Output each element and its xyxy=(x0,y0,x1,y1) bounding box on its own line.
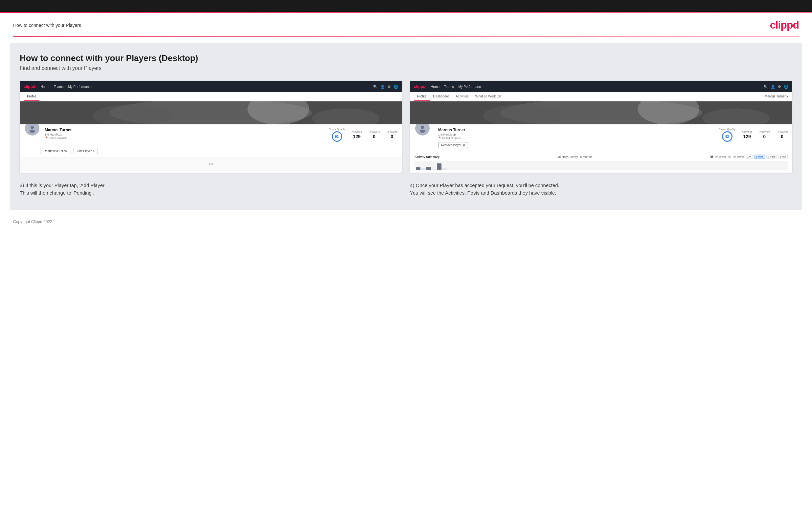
svg-point-12 xyxy=(421,126,424,129)
left-player-handicap: 1-5 Handicap xyxy=(45,133,71,136)
page-footer: Copyright Clippd 2022 xyxy=(0,216,812,227)
left-player-details: Marcus Turner 1-5 Handicap 📍 United King… xyxy=(45,128,71,139)
left-profile-buttons: Request to Follow Add Player + xyxy=(20,146,402,158)
breadcrumb: How to connect with your Players xyxy=(13,23,81,28)
right-tabs: Profile Dashboard Activities What To Wor… xyxy=(410,92,792,101)
activity-title: Activity Summary xyxy=(414,155,440,159)
scissors-icon: ✂ xyxy=(209,161,213,167)
description-left-text: 3) If this is your Player tap, 'Add Play… xyxy=(20,182,107,195)
location-pin-icon: 📍 xyxy=(45,136,48,139)
request-follow-button[interactable]: Request to Follow xyxy=(40,148,71,154)
tab-profile-left[interactable]: Profile xyxy=(23,92,39,101)
activity-bars xyxy=(414,161,788,170)
globe-icon[interactable]: 🌐 xyxy=(394,84,398,89)
left-activities-label: Activities xyxy=(351,130,362,133)
right-player-name: Marcus Turner xyxy=(438,128,468,132)
right-activities-stat: Activities 129 xyxy=(742,130,752,139)
user-icon[interactable]: 👤 xyxy=(380,84,385,89)
description-right: 4) Once your Player has accepted your re… xyxy=(410,182,792,196)
right-followers-label: Followers xyxy=(759,130,770,133)
tab-what-to-work-right[interactable]: What To Work On xyxy=(472,92,505,101)
left-quality-wrap: Player Quality 92 xyxy=(329,128,345,142)
on-course-label: On course xyxy=(715,155,726,158)
bar-3 xyxy=(426,167,431,170)
svg-point-5 xyxy=(31,126,34,129)
tab-dashboard-right[interactable]: Dashboard xyxy=(429,92,452,101)
left-hero-image xyxy=(20,101,402,124)
right-following-label: Following xyxy=(776,130,788,133)
add-player-button[interactable]: Add Player + xyxy=(73,148,98,154)
right-player-handicap: 1-5 Handicap xyxy=(438,133,468,136)
left-profile-stats: Player Quality 92 Activities 129 Followe… xyxy=(329,128,398,142)
right-quality-wrap: Player Quality 92 xyxy=(719,128,735,142)
right-quality-label: Player Quality xyxy=(719,128,735,130)
time-1yr-button[interactable]: 1 yr xyxy=(746,155,753,159)
left-screenshot-footer: ✂ xyxy=(20,158,402,171)
right-nav-home[interactable]: Home xyxy=(430,85,440,89)
left-player-location: 📍 United Kingdom xyxy=(45,136,71,139)
right-location-pin-icon: 📍 xyxy=(438,136,442,139)
left-nav: clippd Home Teams My Performance 🔍 👤 ⚙ 🌐 xyxy=(20,81,402,92)
off-course-label: Off course xyxy=(733,155,744,158)
right-profile-info: Marcus Turner 1-5 Handicap 📍 United King… xyxy=(410,124,792,152)
remove-player-button[interactable]: Remove Player ✕ xyxy=(438,142,468,148)
description-left: 3) If this is your Player tap, 'Add Play… xyxy=(20,182,402,196)
right-globe-icon[interactable]: 🌐 xyxy=(784,84,789,89)
right-quality-ring: 92 xyxy=(722,131,732,142)
right-settings-icon[interactable]: ⚙ xyxy=(778,84,781,89)
top-bar xyxy=(0,0,812,12)
left-nav-home[interactable]: Home xyxy=(40,85,49,89)
left-following-label: Following xyxy=(386,130,398,133)
right-nav-teams[interactable]: Teams xyxy=(444,85,454,89)
time-1mth-button[interactable]: 1 mth xyxy=(778,155,788,159)
bar-2 xyxy=(421,168,426,170)
left-nav-logo: clippd xyxy=(23,84,35,89)
left-followers-value: 0 xyxy=(368,134,380,139)
svg-point-13 xyxy=(420,130,425,132)
right-profile-stats: Player Quality 92 Activities 129 Followe… xyxy=(719,128,788,142)
settings-icon[interactable]: ⚙ xyxy=(388,84,391,89)
left-nav-performance[interactable]: My Performance xyxy=(68,85,92,89)
page-title: How to connect with your Players (Deskto… xyxy=(20,53,792,63)
remove-player-wrap: Remove Player ✕ xyxy=(438,142,468,148)
right-followers-stat: Followers 0 xyxy=(759,130,770,139)
page-header: How to connect with your Players clippd xyxy=(0,13,812,37)
activity-header: Activity Summary Monthly Activity · 6 Mo… xyxy=(414,155,788,159)
right-search-icon[interactable]: 🔍 xyxy=(763,84,768,89)
right-followers-value: 0 xyxy=(759,134,770,139)
left-nav-icons: 🔍 👤 ⚙ 🌐 xyxy=(373,84,398,89)
left-profile-info: Marcus Turner 1-5 Handicap 📍 United King… xyxy=(20,124,402,146)
left-following-stat: Following 0 xyxy=(386,130,398,139)
page-subtitle: Find and connect with your Players xyxy=(20,65,792,71)
tab-profile-right[interactable]: Profile xyxy=(414,92,429,101)
left-nav-teams[interactable]: Teams xyxy=(54,85,63,89)
time-3mths-button[interactable]: 3 mths xyxy=(766,155,777,159)
right-activities-label: Activities xyxy=(742,130,752,133)
activity-summary: Activity Summary Monthly Activity · 6 Mo… xyxy=(410,152,792,173)
descriptions-row: 3) If this is your Player tap, 'Add Play… xyxy=(20,182,792,196)
main-content: How to connect with your Players (Deskto… xyxy=(10,43,802,210)
tab-activities-right[interactable]: Activities xyxy=(452,92,472,101)
bar-4 xyxy=(432,169,436,170)
bar-1 xyxy=(416,167,420,170)
right-user-icon[interactable]: 👤 xyxy=(771,84,775,89)
left-followers-label: Followers xyxy=(368,130,380,133)
right-following-value: 0 xyxy=(776,134,788,139)
right-hero-image xyxy=(410,101,792,124)
time-6mths-button[interactable]: 6 mths xyxy=(754,155,765,159)
screenshot-left: clippd Home Teams My Performance 🔍 👤 ⚙ 🌐… xyxy=(20,81,402,173)
right-golf-hero-bg xyxy=(410,101,792,124)
bar-6 xyxy=(442,168,447,170)
right-following-stat: Following 0 xyxy=(776,130,788,139)
copyright-text: Copyright Clippd 2022 xyxy=(13,220,52,224)
activity-legend: On course Off course xyxy=(711,155,744,158)
left-activities-stat: Activities 129 xyxy=(351,130,362,139)
tab-user-dropdown[interactable]: Marcus Turner ▾ xyxy=(765,92,789,101)
search-icon[interactable]: 🔍 xyxy=(373,84,378,89)
activity-controls: On course Off course 1 yr 6 mths 3 mths … xyxy=(711,155,788,159)
golf-hero-bg xyxy=(20,101,402,124)
right-nav-performance[interactable]: My Performance xyxy=(458,85,482,89)
bar-5 xyxy=(437,163,442,170)
close-icon: ✕ xyxy=(463,144,465,147)
clippd-logo: clippd xyxy=(770,19,799,31)
